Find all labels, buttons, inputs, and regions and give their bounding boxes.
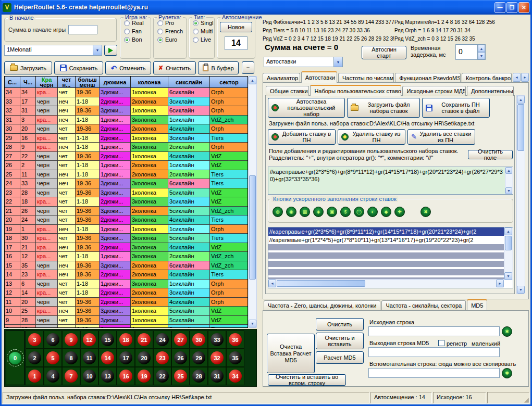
board-cell-11[interactable]: 11 [80, 349, 98, 367]
tab-psevdoms[interactable]: Функционал PsevdoMS [395, 73, 461, 83]
board-cell-19[interactable]: 19 [135, 367, 153, 385]
table-row[interactable]: 2024чернчет19-362дюжи...3колонка4сиклайн… [5, 215, 248, 225]
quick-fill-extra-button[interactable]: ✖ [420, 207, 431, 217]
quick-fill-button-1[interactable]: ◍ [273, 207, 283, 217]
table-header-2[interactable]: Ч... [20, 77, 36, 88]
table-row[interactable]: 3434кра...чет19-363дюжи...1колонка6сикла… [5, 88, 248, 97]
clear-button[interactable]: ✘Очистить [153, 61, 196, 74]
table-row[interactable]: 928чернчет19-363дюжи...1колонка5сиклайнV… [5, 316, 248, 325]
radio-multi[interactable]: Multi [193, 28, 214, 34]
spinner-up[interactable]: ▲ [478, 45, 485, 52]
md5-clear-and-paste-button[interactable]: Очистить и вставить [316, 333, 364, 349]
bets-list-item[interactable]: //кареправые+gr(2*3*5*6)+gr(8*9*11*12)+g… [268, 227, 513, 236]
board-cell-16[interactable]: 16 [117, 367, 135, 385]
chevron-down-icon[interactable]: ▼ [333, 57, 342, 67]
board-cell-22[interactable]: 22 [153, 367, 171, 385]
case-checkbox[interactable] [438, 340, 444, 346]
table-row[interactable]: 2722чернчет19-362дюжи...1колонка4сиклайн… [5, 152, 248, 161]
panel-scrollbar[interactable]: ▲ ▼ [516, 95, 525, 294]
load-button[interactable]: Загрузить [4, 61, 52, 74]
subtab-user-bet-sets[interactable]: Наборы пользовательских ставок [310, 85, 401, 96]
play-button[interactable] [104, 45, 117, 56]
to-buffer-button[interactable]: В буфер [198, 61, 239, 74]
board-cell-12[interactable]: 12 [80, 331, 98, 349]
table-row[interactable]: 2511черннеч1-181дюжи...2колонка2сиклайнT… [5, 170, 248, 180]
table-row[interactable]: 191кра...неч1-181дюжи...1колонка1сиклайн… [5, 225, 248, 234]
table-header-1[interactable]: С... [5, 77, 20, 88]
quick-fill-button-8[interactable]: ◐ [367, 207, 378, 217]
board-cell-25[interactable]: 25 [171, 367, 190, 385]
quick-fill-button-5[interactable]: ▣ [327, 207, 337, 217]
radio-singl[interactable]: Singl [193, 20, 214, 26]
table-row[interactable]: 1830кра...чет19-363дюжи...3колонка5сикла… [5, 234, 248, 243]
quick-fill-button-9[interactable]: ◆ [381, 207, 391, 217]
minimize-button[interactable]: — [494, 2, 505, 13]
list-vertical-scrollbar[interactable]: ▲ ▼ [504, 227, 513, 280]
load-bet-set-button[interactable]: Загрузить файл набора ставок [347, 98, 420, 118]
board-cell-7[interactable]: 7 [62, 367, 80, 385]
radio-live[interactable]: Live [193, 36, 214, 43]
md5-action-button-1[interactable]: ✱ [502, 326, 512, 337]
table-row[interactable]: 3317черннеч1-182дюжи...2колонка3сиклайнO… [5, 97, 248, 107]
delete-bet-button[interactable]: Удалить ставку из ПН [338, 129, 405, 145]
quick-fill-button-4[interactable]: ◈ [313, 207, 324, 217]
quick-fill-button-10[interactable]: ✚ [394, 207, 405, 217]
md5-calc-button[interactable]: Расчет MD5 [316, 351, 364, 364]
radio-pro[interactable]: Pro [157, 20, 186, 26]
subtab-common-bets[interactable]: Общие ставки [266, 86, 309, 96]
board-cell-13[interactable]: 13 [98, 367, 117, 385]
radio-euro[interactable]: Euro [157, 36, 186, 43]
tab-freq-sixline[interactable]: Частота - сиклайны, сектора [381, 300, 466, 310]
table-header-8[interactable]: сикслайн [168, 77, 210, 88]
table-row[interactable]: 136чернчет1-181дюжи...3колонка1сиклайнOr… [5, 280, 248, 289]
collapse-button[interactable]: − [242, 61, 254, 74]
scrollbar-thumb[interactable] [517, 104, 524, 151]
scroll-down-icon[interactable]: ▼ [505, 187, 512, 194]
resize-grip[interactable]: ◢ [524, 397, 529, 403]
quick-fill-button-7[interactable]: ◯ [354, 207, 364, 217]
board-cell-21[interactable]: 21 [135, 331, 153, 349]
table-header-6[interactable]: дюжина [100, 77, 131, 88]
titlebar[interactable]: V HelperRoullet 5.6- create helperroulle… [0, 0, 532, 15]
preset-combobox[interactable]: 1Melonati ▼ [4, 45, 102, 56]
board-cell-17[interactable]: 17 [117, 349, 135, 367]
table-row[interactable]: 1214кра...чет1-182дюжи...2колонка3сиклай… [5, 288, 248, 298]
board-cell-26[interactable]: 26 [171, 349, 190, 367]
clear-field-button[interactable]: Очистить поле [468, 150, 513, 159]
board-cell-34[interactable]: 34 [226, 367, 244, 385]
board-cell-33[interactable]: 33 [208, 331, 226, 349]
md5-aux-input[interactable] [368, 368, 500, 378]
board-cell-4[interactable]: 4 [44, 367, 62, 385]
board-cell-24[interactable]: 24 [153, 331, 171, 349]
board-cell-5[interactable]: 5 [44, 349, 62, 367]
md5-clear-button[interactable]: Очистить [316, 318, 364, 331]
table-row[interactable]: 1535черннеч19-363дюжи...2колонка6сиклайн… [5, 261, 248, 271]
scrollbar-thumb[interactable] [249, 175, 256, 280]
table-row[interactable]: 262чернчет1-181дюжи...2колонка1сиклайнVd… [5, 161, 248, 170]
table-row[interactable]: 2218кра...чет1-182дюжи...3колонка3сиклай… [5, 197, 248, 207]
autospin-start-button[interactable]: Автоспин старт [362, 46, 406, 59]
quick-fill-button-3[interactable]: ▦ [300, 207, 310, 217]
save-button[interactable]: Сохранить [54, 61, 103, 74]
radio-french[interactable]: French [157, 28, 186, 34]
board-cell-27[interactable]: 27 [171, 331, 190, 349]
scroll-up-icon[interactable]: ▲ [504, 227, 512, 235]
table-row[interactable]: 1612кра...чет1-181дюжи...3колонка2сиклай… [5, 252, 248, 261]
scroll-up-icon[interactable]: ▲ [517, 96, 525, 104]
autostavka-user-set-button[interactable]: Автоставка пользовательский набор [268, 98, 345, 118]
table-row[interactable]: 2126чернчет19-363дюжи...2колонка5сиклайн… [5, 207, 248, 216]
scroll-down-icon[interactable]: ▼ [249, 320, 256, 327]
board-cell-30[interactable]: 30 [190, 331, 208, 349]
scroll-up-icon[interactable]: ▲ [505, 167, 512, 174]
table-header-4[interactable]: четн... [58, 77, 76, 88]
board-cell-6[interactable]: 6 [44, 331, 62, 349]
table-row[interactable]: 2328чернчет19-363дюжи...1колонка5сиклайн… [5, 188, 248, 198]
tab-frequencies[interactable]: Частоты по числам [338, 73, 394, 83]
close-button[interactable]: ✕ [518, 2, 529, 13]
textarea-scrollbar[interactable]: ▲ ▼ [505, 167, 513, 194]
table-header-7[interactable]: колонка [131, 77, 168, 88]
table-row[interactable]: 3020чернчет19-362дюжи...2колонка4сиклайн… [5, 124, 248, 134]
board-cell-28[interactable]: 28 [190, 367, 208, 385]
board-cell-14[interactable]: 14 [98, 349, 117, 367]
board-cell-20[interactable]: 20 [135, 349, 153, 367]
